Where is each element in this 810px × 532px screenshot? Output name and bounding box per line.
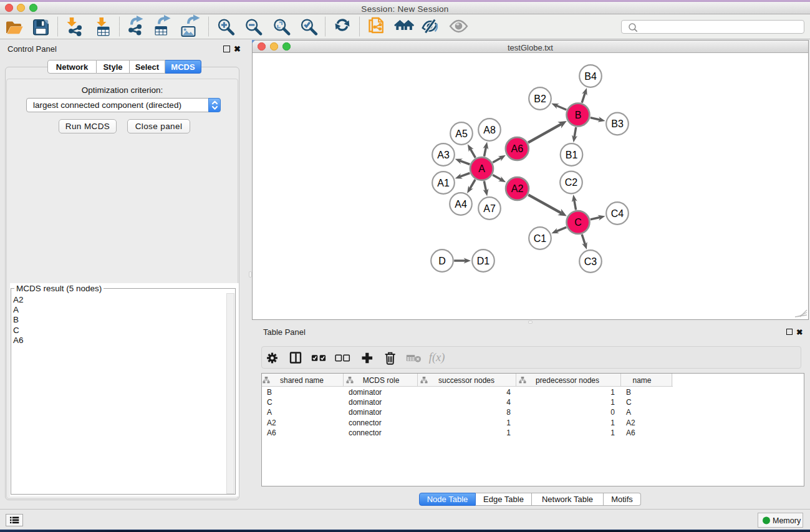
svg-text:C: C <box>574 217 582 228</box>
svg-text:B3: B3 <box>611 118 624 129</box>
svg-text:B2: B2 <box>534 94 546 104</box>
svg-text:B1: B1 <box>566 150 578 160</box>
svg-text:C1: C1 <box>534 233 547 244</box>
svg-text:A7: A7 <box>483 203 496 214</box>
svg-text:A8: A8 <box>483 125 496 135</box>
svg-text:D: D <box>438 256 446 266</box>
svg-text:C3: C3 <box>584 256 597 267</box>
svg-text:D1: D1 <box>477 256 490 266</box>
svg-text:A5: A5 <box>455 128 468 139</box>
svg-text:C4: C4 <box>611 208 624 219</box>
svg-text:A1: A1 <box>437 178 450 188</box>
svg-text:A: A <box>478 163 485 174</box>
svg-text:B4: B4 <box>584 71 597 82</box>
svg-text:A4: A4 <box>455 199 467 210</box>
svg-text:C2: C2 <box>565 177 578 188</box>
svg-text:A2: A2 <box>511 183 524 194</box>
svg-text:f(x): f(x) <box>429 351 445 364</box>
svg-text:B: B <box>575 110 582 120</box>
svg-text:A3: A3 <box>437 150 450 160</box>
svg-text:A6: A6 <box>511 143 524 154</box>
svg-text:Memory: Memory <box>773 516 801 525</box>
